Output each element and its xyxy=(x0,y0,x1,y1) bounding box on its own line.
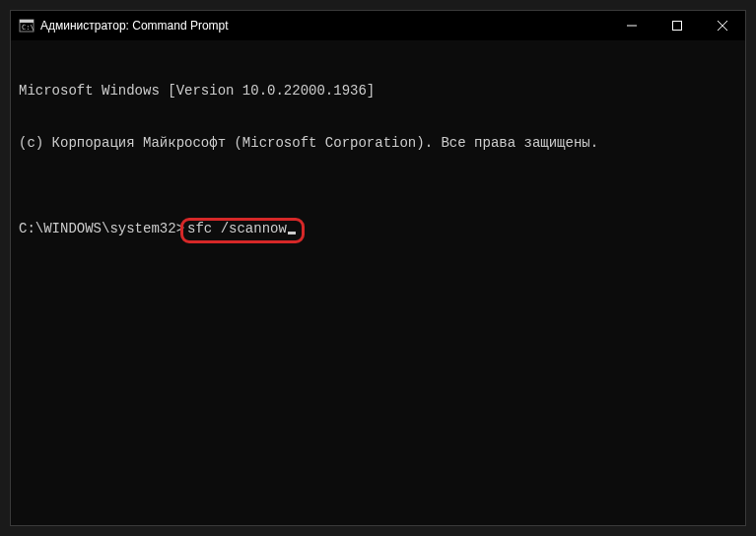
text-cursor xyxy=(288,232,296,234)
copyright-line: (c) Корпорация Майкрософт (Microsoft Cor… xyxy=(19,135,737,153)
minimize-button[interactable] xyxy=(609,11,654,40)
close-button[interactable] xyxy=(700,11,745,40)
titlebar[interactable]: C:\ Администратор: Command Prompt xyxy=(11,11,745,40)
command-prompt-window: C:\ Администратор: Command Prompt xyxy=(10,10,746,526)
maximize-button[interactable] xyxy=(654,11,700,40)
svg-rect-1 xyxy=(20,20,34,23)
command-highlight: sfc /scannow xyxy=(180,218,305,243)
terminal-area[interactable]: Microsoft Windows [Version 10.0.22000.19… xyxy=(11,40,745,525)
prompt-path: C:\WINDOWS\system32> xyxy=(19,221,184,238)
typed-command: sfc /scannow xyxy=(187,221,287,238)
svg-text:C:\: C:\ xyxy=(22,24,34,32)
window-title: Администратор: Command Prompt xyxy=(40,19,609,33)
cmd-icon: C:\ xyxy=(19,18,34,34)
maximize-icon xyxy=(672,21,682,31)
version-line: Microsoft Windows [Version 10.0.22000.19… xyxy=(19,83,737,100)
window-controls xyxy=(609,11,745,40)
close-icon xyxy=(718,21,727,31)
minimize-icon xyxy=(627,21,637,31)
svg-rect-4 xyxy=(673,22,682,31)
prompt-line: C:\WINDOWS\system32>sfc /scannow xyxy=(19,221,737,246)
